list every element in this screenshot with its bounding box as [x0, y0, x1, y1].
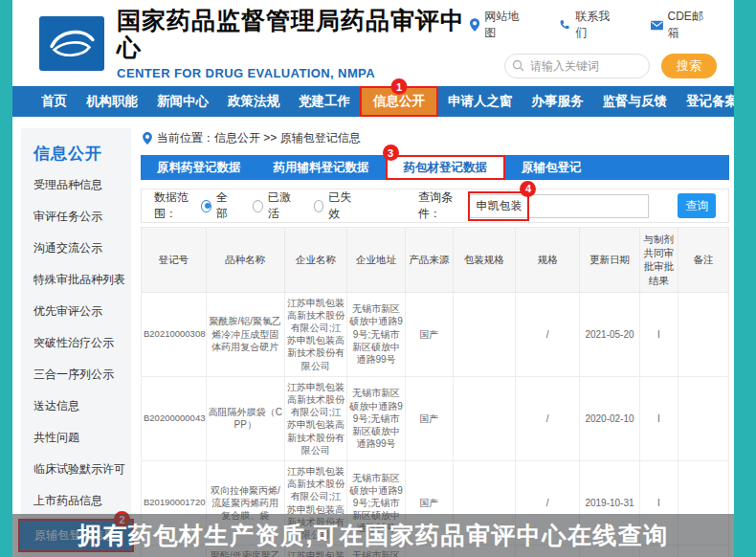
scope-label: 数据范围：	[154, 189, 201, 222]
sidebar-item[interactable]: 临床试验默示许可	[21, 454, 131, 485]
table-cell	[453, 376, 515, 460]
table-cell: 无锡市新区硕放中通路99号;无锡市新区硕放中通路99号	[347, 292, 406, 376]
breadcrumb-label: 当前位置：信息公开 >> 原辅包登记信息	[157, 130, 361, 146]
sidebar-item[interactable]: 受理品种信息	[21, 169, 131, 201]
cde-logo[interactable]	[39, 16, 104, 71]
site-search-input[interactable]	[504, 54, 650, 78]
column-header: 产品来源	[405, 228, 453, 293]
sidebar-item[interactable]: 三合一序列公示	[21, 359, 131, 390]
sidebar-item[interactable]: 送达信息	[21, 390, 131, 422]
nav-item-label: 党建工作	[299, 93, 350, 110]
sidebar-item-label: 临床试验默示许可	[33, 462, 125, 476]
table-cell: B20210000308	[142, 292, 207, 376]
sidebar-item[interactable]: 上市药品信息	[21, 485, 131, 517]
sidebar-item[interactable]: 优先审评公示	[21, 296, 131, 327]
main-content: 当前位置：信息公开 >> 原辅包登记信息 原料药登记数据药用辅料登记数据药包材登…	[141, 128, 734, 557]
radio-option-inactive[interactable]: 已失效	[314, 189, 356, 222]
column-header: 包装规格	[453, 228, 515, 293]
nav-item[interactable]: 申请人之窗	[438, 86, 523, 117]
sidebar-item-label: 审评任务公示	[33, 210, 102, 223]
nav-item-active[interactable]: 信息公开1	[360, 86, 438, 117]
table-cell: /	[515, 376, 580, 460]
sidebar-item-label: 三合一序列公示	[33, 368, 114, 381]
nav-item[interactable]: 政策法规	[218, 86, 289, 117]
contact-link[interactable]: 联系我们	[559, 9, 617, 41]
column-header: 与制剂共同审批审批结果	[639, 228, 678, 293]
nav-item-label: 信息公开	[373, 93, 425, 110]
sidebar-item[interactable]: 审评任务公示	[21, 201, 131, 233]
sidebar-item-label: 送达信息	[33, 399, 79, 412]
table-cell: 江苏申凯包装高新技术股份有限公司;江苏申凯包装高新技术股份有限公司	[284, 376, 346, 460]
annotation-badge-3: 3	[383, 145, 399, 161]
tab-label: 原料药登记数据	[157, 160, 241, 176]
page: 国家药品监督管理局药品审评中心 CENTER FOR DRUG EVALUATI…	[0, 0, 756, 557]
tab[interactable]: 药用辅料登记数据	[257, 155, 386, 180]
nav-item-label: 申请人之窗	[448, 93, 513, 110]
radio-option-active[interactable]: 已激活	[253, 189, 295, 222]
nav-item[interactable]: 机构职能	[77, 86, 147, 117]
table-cell: I	[639, 292, 678, 376]
column-header: 备注	[678, 228, 729, 293]
location-pin-icon	[470, 18, 479, 32]
sidebar-item[interactable]: 共性问题	[21, 422, 131, 454]
nav-item[interactable]: 监督与反馈	[593, 86, 678, 117]
query-condition-label: 查询条件：	[418, 189, 465, 222]
sidebar-item-label: 沟通交流公示	[33, 241, 102, 255]
nav-item[interactable]: 新闻中心	[147, 86, 218, 117]
nav-item[interactable]: 办事服务	[523, 86, 593, 117]
radio-option-label: 全部	[216, 189, 234, 222]
radio-icon	[314, 200, 324, 212]
sidebar-item[interactable]: 沟通交流公示	[21, 233, 131, 264]
site-search-button[interactable]: 搜索	[661, 54, 717, 78]
sidebar-list: 受理品种信息审评任务公示沟通交流公示特殊审批品种列表优先审评公示突破性治疗公示三…	[21, 169, 131, 557]
search-icon	[512, 59, 524, 72]
sitemap-link[interactable]: 网站地图	[470, 9, 526, 41]
column-header: 企业地址	[347, 228, 406, 293]
nav-item-label: 首页	[41, 93, 67, 110]
nav-item-label: 机构职能	[86, 93, 138, 110]
radio-option-label: 已失效	[328, 189, 356, 222]
sidebar-item[interactable]: 特殊审批品种列表	[21, 264, 131, 296]
sidebar-title: 信息公开	[21, 128, 131, 169]
radio-option-all[interactable]: 全部	[201, 189, 234, 222]
sitemap-link-label: 网站地图	[484, 9, 526, 41]
table-cell: B20200000043	[142, 376, 207, 460]
table-row: B20200000043高阻隔外膜袋（CPP）江苏申凯包装高新技术股份有限公司;…	[142, 376, 729, 460]
breadcrumb-pin-icon	[143, 132, 152, 145]
nav-item-label: 办事服务	[532, 93, 584, 110]
tab[interactable]: 原料药登记数据	[141, 155, 257, 180]
column-header: 企业名称	[284, 228, 346, 293]
table-cell: /	[515, 292, 580, 376]
table-cell: 聚酰胺/铝/聚氯乙烯冷冲压成型固体药用复合硬片	[206, 292, 284, 376]
table-cell: 高阻隔外膜袋（CPP）	[206, 376, 284, 460]
breadcrumb[interactable]: 当前位置：信息公开 >> 原辅包登记信息	[143, 130, 729, 146]
radio-selected-icon	[201, 200, 211, 212]
main-nav-bar: 首页机构职能新闻中心政策法规党建工作信息公开1申请人之窗办事服务监督与反馈登记备…	[12, 86, 734, 117]
radio-option-label: 已激活	[268, 189, 296, 222]
query-search-button[interactable]: 查询	[678, 193, 716, 218]
column-header: 规格	[515, 228, 580, 293]
table-cell: 国产	[405, 292, 453, 376]
sidebar-item[interactable]: 突破性治疗公示	[21, 327, 131, 359]
table-cell: 2020-02-10	[580, 376, 639, 460]
nav-item-label: 监督与反馈	[603, 93, 668, 110]
table-cell	[453, 292, 515, 376]
header-links: 网站地图 联系我们 CDE邮箱	[470, 9, 711, 41]
nav-item[interactable]: 首页	[32, 86, 77, 117]
table-cell: 无锡市新区硕放中通路99号;无锡市新区硕放中通路99号	[347, 376, 406, 460]
filter-bar: 数据范围： 全部 已激活 已失效 查询条件：	[141, 189, 729, 223]
tab-active[interactable]: 药包材登记数据3	[386, 155, 506, 180]
site-brand[interactable]: 国家药品监督管理局药品审评中心 CENTER FOR DRUG EVALUATI…	[39, 7, 470, 81]
sidebar-item-label: 优先审评公示	[33, 304, 102, 318]
sidebar-item-label: 共性问题	[33, 431, 79, 444]
mailbox-link[interactable]: CDE邮箱	[651, 9, 711, 41]
left-frame-bar	[0, 0, 12, 557]
query-condition-input[interactable]	[469, 194, 649, 218]
column-header: 品种名称	[206, 228, 284, 293]
table-cell	[678, 376, 729, 460]
tab[interactable]: 原辅包登记	[505, 155, 598, 180]
nav-item[interactable]: 党建工作	[289, 86, 360, 117]
table-header-row: 登记号品种名称企业名称企业地址产品来源包装规格规格更新日期与制剂共同审批审批结果…	[142, 228, 729, 293]
registration-tab-bar: 原料药登记数据药用辅料登记数据药包材登记数据3原辅包登记	[141, 155, 729, 180]
cde-eye-icon	[46, 23, 98, 63]
